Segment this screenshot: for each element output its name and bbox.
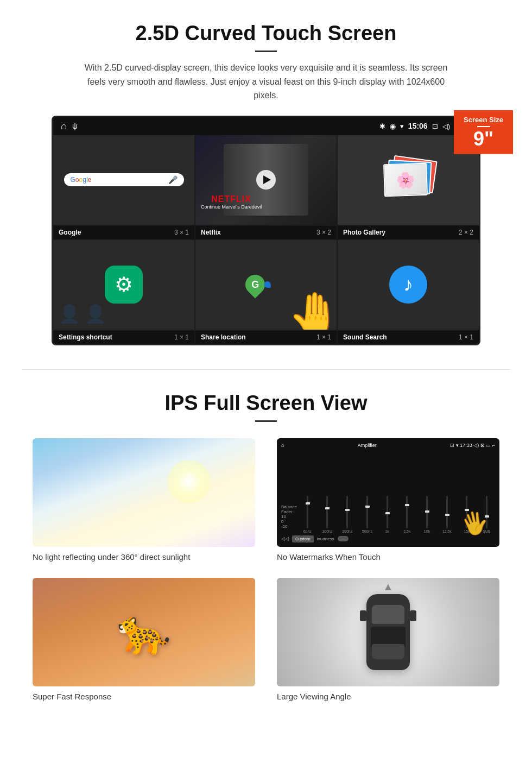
amp-label-fader: Fader bbox=[281, 509, 297, 514]
netflix-subtitle: Continue Marvel's Daredevil bbox=[201, 204, 262, 210]
section-ips: IPS Full Screen View No light reflecting… bbox=[0, 375, 532, 723]
label-row-google: Google 3 × 1 bbox=[53, 226, 194, 239]
car-mirror-right bbox=[410, 610, 416, 621]
amp-home-icon: ⌂ bbox=[281, 443, 284, 448]
settings-gear-icon: ⚙ bbox=[115, 273, 133, 297]
status-time: 15:06 bbox=[408, 122, 428, 130]
amp-status-icons: ⊡ ▾ 17:33 ◁) ⊠ ▭ ⌐ bbox=[450, 443, 495, 448]
eq-label-200hz: 200hz bbox=[342, 529, 352, 533]
app-name-gallery: Photo Gallery bbox=[343, 229, 385, 236]
feature-label-car: Large Viewing Angle bbox=[277, 692, 499, 701]
mic-icon[interactable]: 🎤 bbox=[168, 175, 178, 184]
label-row-gallery: Photo Gallery 2 × 2 bbox=[338, 226, 479, 239]
car-direction-arrow: ▲ bbox=[383, 581, 394, 593]
app-size-netflix: 3 × 2 bbox=[316, 229, 331, 236]
amp-label-0: 0 bbox=[281, 519, 297, 524]
cheetah-icon: 🐆 bbox=[117, 607, 171, 658]
cheetah-visual: 🐆 bbox=[33, 578, 255, 686]
app-size-sound: 1 × 1 bbox=[459, 333, 473, 341]
label-row-netflix: Netflix 3 × 2 bbox=[195, 226, 337, 239]
label-row-share: Share location 1 × 1 bbox=[195, 331, 337, 344]
home-icon[interactable]: ⌂ bbox=[61, 121, 67, 132]
section-divider bbox=[22, 369, 510, 370]
sunlight-visual bbox=[33, 438, 255, 547]
section2-title: IPS Full Screen View bbox=[33, 392, 499, 415]
netflix-brand: NETFLIX bbox=[201, 194, 262, 204]
badge-label: Screen Size bbox=[464, 116, 503, 124]
feature-img-car: ▲ bbox=[277, 578, 499, 686]
google-search-bar[interactable]: Google 🎤 bbox=[64, 173, 184, 186]
ghost-icons: 👤 👤 bbox=[59, 304, 106, 324]
eq-label-100hz: 100hz bbox=[322, 529, 332, 533]
amp-bottom: ◁◁ Custom loudness bbox=[281, 535, 495, 542]
app-size-settings: 1 × 1 bbox=[174, 333, 189, 341]
eq-bar-60hz: 60hz bbox=[299, 496, 316, 533]
amp-header: ⌂ Amplifier ⊡ ▾ 17:33 ◁) ⊠ ▭ ⌐ bbox=[281, 443, 495, 448]
amp-label-minus10: -10 bbox=[281, 524, 297, 529]
amp-label-10: 10 bbox=[281, 514, 297, 519]
app-cell-google-top[interactable]: Google 🎤 bbox=[53, 135, 194, 225]
feature-label-cheetah: Super Fast Response bbox=[33, 692, 255, 701]
feature-img-sunlight bbox=[33, 438, 255, 547]
device-frame: ⌂ ψ ✱ ◉ ▾ 15:06 ⊡ ◁) ⊠ ▭ bbox=[52, 116, 480, 345]
photo-card-3: 🌸 bbox=[383, 163, 428, 197]
status-bar: ⌂ ψ ✱ ◉ ▾ 15:06 ⊡ ◁) ⊠ ▭ bbox=[53, 117, 479, 135]
section1-desc: With 2.5D curved-display screen, this de… bbox=[76, 61, 456, 103]
app-cell-settings-bottom[interactable]: ⚙ 👤 👤 bbox=[53, 240, 194, 330]
maps-blue-dot bbox=[264, 281, 271, 288]
wifi-icon: ▾ bbox=[400, 122, 404, 130]
location-icon: ◉ bbox=[390, 122, 396, 130]
eq-bar-500hz: 500hz bbox=[359, 496, 376, 533]
badge-dash bbox=[477, 126, 490, 127]
app-name-sound: Sound Search bbox=[343, 333, 387, 341]
camera-icon: ⊡ bbox=[432, 122, 438, 130]
bluetooth-icon: ✱ bbox=[379, 122, 385, 130]
eq-bar-12k5: 12.5k bbox=[439, 496, 455, 533]
screen-size-badge: Screen Size 9" bbox=[454, 110, 513, 154]
app-cell-share-bottom[interactable]: G 🤚 bbox=[195, 240, 337, 330]
settings-icon-wrap: ⚙ bbox=[105, 266, 143, 304]
eq-bar-100hz: 100hz bbox=[319, 496, 336, 533]
app-name-share: Share location bbox=[201, 333, 246, 341]
amp-back-arrows: ◁◁ bbox=[281, 536, 289, 541]
car-windshield bbox=[372, 605, 404, 624]
amp-toggle[interactable] bbox=[338, 536, 349, 541]
eq-label-1k: 1k bbox=[385, 529, 389, 533]
app-name-settings: Settings shortcut bbox=[59, 333, 112, 341]
sound-icon-wrap: ♪ bbox=[389, 266, 427, 304]
eq-label-500hz: 500hz bbox=[362, 529, 372, 533]
app-cell-sound-bottom[interactable]: ♪ bbox=[338, 240, 479, 330]
app-size-share: 1 × 1 bbox=[316, 333, 331, 341]
eq-label-12k5: 12.5k bbox=[442, 529, 452, 533]
ghost-icon-1: 👤 bbox=[59, 304, 80, 324]
google-logo: Google bbox=[71, 176, 92, 184]
label-row-settings: Settings shortcut 1 × 1 bbox=[53, 331, 194, 344]
car-visual: ▲ bbox=[277, 578, 499, 686]
photo-stack: 🌸 bbox=[381, 158, 435, 201]
eq-label-2k5: 2.5k bbox=[403, 529, 410, 533]
title-underline-2 bbox=[255, 420, 277, 422]
badge-size: 9" bbox=[464, 129, 503, 149]
flower-icon: 🌸 bbox=[396, 171, 415, 189]
app-size-google: 3 × 1 bbox=[174, 229, 189, 236]
netflix-logo: NETFLIX Continue Marvel's Daredevil bbox=[201, 194, 262, 210]
eq-label-10k: 10k bbox=[424, 529, 430, 533]
device-container: Screen Size 9" ⌂ ψ ✱ ◉ ▾ 15:06 ⊡ ◁) ⊠ ▭ bbox=[52, 116, 480, 345]
app-grid: Google 🎤 NETFLIX Continue Marvel's Dared… bbox=[53, 135, 479, 344]
eq-label-60hz: 60hz bbox=[303, 529, 312, 533]
app-name-netflix: Netflix bbox=[201, 229, 221, 236]
volume-icon: ◁) bbox=[442, 122, 450, 130]
car-top-view: ▲ bbox=[366, 594, 410, 670]
maps-pin: G bbox=[242, 271, 269, 299]
amp-labels: Balance Fader 10 0 -10 bbox=[281, 504, 297, 533]
car-rear-window bbox=[372, 644, 404, 659]
ghost-icon-2: 👤 bbox=[85, 304, 106, 324]
app-cell-netflix-top[interactable]: NETFLIX Continue Marvel's Daredevil bbox=[195, 135, 337, 225]
usb-icon: ψ bbox=[72, 122, 78, 130]
feature-cheetah: 🐆 Super Fast Response bbox=[33, 578, 255, 701]
eq-bar-200hz: 200hz bbox=[339, 496, 356, 533]
amp-custom-button[interactable]: Custom bbox=[292, 535, 314, 542]
section-curved: 2.5D Curved Touch Screen With 2.5D curve… bbox=[0, 0, 532, 364]
feature-img-cheetah: 🐆 bbox=[33, 578, 255, 686]
eq-bar-10k: 10k bbox=[419, 496, 435, 533]
